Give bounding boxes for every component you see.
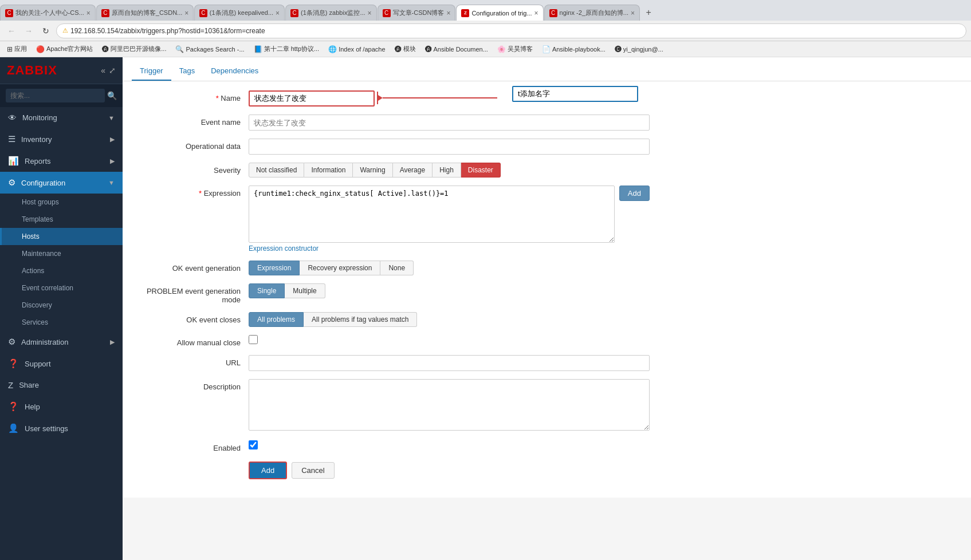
tab-label-7: nginx -2_原而自知的博... [560, 9, 628, 17]
allow-manual-close-row: Allow manual close [134, 335, 960, 347]
tab-7[interactable]: C nginx -2_原而自知的博... × [544, 5, 640, 21]
tab-trigger[interactable]: Trigger [132, 62, 171, 81]
sidebar-item-administration[interactable]: ⚙ Administration ▶ [0, 331, 123, 353]
ok-event-none-btn[interactable]: None [380, 261, 414, 275]
sidebar-subitem-actions[interactable]: Actions [0, 262, 123, 279]
sidebar-collapse-icon[interactable]: « [101, 66, 105, 75]
name-annotation-input[interactable] [512, 86, 638, 102]
tab-3[interactable]: C (1条消息) keepalived... × [194, 5, 285, 21]
tab-tags[interactable]: Tags [171, 62, 203, 81]
sidebar-subitem-templates[interactable]: Templates [0, 211, 123, 228]
sidebar-expand-icon[interactable]: ⤢ [109, 66, 116, 75]
enabled-checkbox[interactable] [249, 440, 258, 449]
sidebar-item-help[interactable]: ❓ Help [0, 396, 123, 417]
bookmark-apache-label: Apache官方网站 [46, 45, 93, 53]
expression-textarea[interactable]: {runtime1:check_nginx_status[ Active].la… [249, 186, 615, 243]
sidebar-subitem-maintenance[interactable]: Maintenance [0, 245, 123, 262]
zabbix-logo: ZABBIX [7, 63, 57, 78]
expression-add-button[interactable]: Add [619, 186, 650, 201]
sidebar-logo-area: ZABBIX « ⤢ [0, 57, 123, 84]
ok-closes-all-btn[interactable]: All problems [249, 312, 304, 327]
event-name-control [249, 115, 650, 131]
severity-information[interactable]: Information [304, 163, 353, 178]
ok-event-expression-btn[interactable]: Expression [249, 261, 300, 275]
sidebar-item-configuration[interactable]: ⚙ Configuration ▼ [0, 172, 123, 194]
bookmark-apache[interactable]: 🔴 Apache官方网站 [34, 44, 95, 54]
tab-favicon-1: C [5, 9, 13, 17]
sidebar-subitem-discovery[interactable]: Discovery [0, 297, 123, 314]
bookmark-packages[interactable]: 🔍 Packages Search -... [173, 44, 246, 54]
tab-6[interactable]: Z Configuration of trig... × [456, 5, 543, 21]
sidebar-subitem-host-groups[interactable]: Host groups [0, 194, 123, 211]
bookmark-ansible-playbook[interactable]: 📄 Ansible-playbook... [540, 44, 608, 54]
severity-warning[interactable]: Warning [353, 163, 392, 178]
operational-data-input[interactable] [249, 139, 650, 155]
refresh-button[interactable]: ↻ [39, 24, 53, 38]
apps-icon: ⊞ [7, 45, 13, 53]
bookmark-apps[interactable]: ⊞ 应用 [5, 44, 29, 54]
description-textarea[interactable] [249, 379, 650, 431]
expression-constructor-link[interactable]: Expression constructor [249, 244, 319, 253]
sidebar-search-button[interactable]: 🔍 [107, 91, 117, 100]
sidebar-subitem-label-host-groups: Host groups [22, 198, 59, 206]
sidebar-subitem-hosts[interactable]: Hosts [0, 228, 123, 245]
url-input[interactable] [249, 355, 650, 371]
address-bar[interactable]: ⚠ 192.168.50.154/zabbix/triggers.php?hos… [56, 23, 966, 38]
sidebar-item-share[interactable]: Z Share [0, 374, 123, 396]
problem-event-mode-control: Single Multiple [249, 283, 650, 298]
severity-disaster[interactable]: Disaster [461, 163, 501, 178]
bookmark-alibaba-label: 阿里巴巴开源镜像... [111, 45, 166, 53]
name-input[interactable] [249, 90, 375, 107]
sidebar-item-reports[interactable]: 📊 Reports ▶ [0, 150, 123, 172]
sidebar-subitem-services[interactable]: Services [0, 314, 123, 331]
event-name-input[interactable] [249, 115, 650, 131]
bookmark-index[interactable]: 🌐 Index of /apache [326, 44, 387, 54]
allow-manual-close-checkbox[interactable] [249, 335, 258, 344]
ok-event-closes-label: OK event closes [134, 312, 249, 324]
sidebar-search-input[interactable] [6, 89, 105, 102]
sidebar-item-monitoring[interactable]: 👁 Monitoring ▼ [0, 107, 123, 128]
tab-close-6[interactable]: × [534, 9, 538, 17]
bookmarks-bar: ⊞ 应用 🔴 Apache官方网站 🅐 阿里巴巴开源镜像... 🔍 Packag… [0, 41, 971, 57]
cancel-button[interactable]: Cancel [292, 462, 334, 479]
add-button[interactable]: Add [249, 462, 287, 479]
ok-event-gen-label: OK event generation [134, 261, 249, 273]
tab-favicon-4: C [290, 9, 298, 17]
bookmark-ansible-doc[interactable]: 🅐 Ansible Documen... [423, 44, 490, 54]
tab-dependencies[interactable]: Dependencies [203, 62, 266, 81]
ok-event-recovery-btn[interactable]: Recovery expression [300, 261, 380, 275]
problem-mode-multiple-btn[interactable]: Multiple [285, 283, 325, 298]
tab-1[interactable]: C 我的关注-个人中心-CS... × [0, 5, 96, 21]
tab-2[interactable]: C 原而自知的博客_CSDN... × [96, 5, 194, 21]
tab-close-7[interactable]: × [631, 9, 635, 17]
bookmark-yiqing[interactable]: 🅒 yi_qingjun@... [612, 44, 666, 54]
tab-4[interactable]: C (1条消息) zabbix监控... × [285, 5, 376, 21]
sidebar-subitem-event-correlation[interactable]: Event correlation [0, 279, 123, 297]
tab-close-4[interactable]: × [368, 9, 372, 17]
severity-high[interactable]: High [433, 163, 461, 178]
sidebar-item-support[interactable]: ❓ Support [0, 353, 123, 374]
severity-not-classified[interactable]: Not classified [249, 163, 304, 178]
sidebar-subitem-label-templates: Templates [22, 215, 53, 223]
tab-5[interactable]: C 写文章-CSDN博客 × [378, 5, 456, 21]
sidebar-item-user-settings[interactable]: 👤 User settings [0, 417, 123, 439]
bookmark-alibaba[interactable]: 🅐 阿里巴巴开源镜像... [100, 44, 168, 54]
ok-event-closes-control: All problems All problems if tag values … [249, 312, 650, 327]
sidebar-item-inventory[interactable]: ☰ Inventory ▶ [0, 128, 123, 150]
packages-icon: 🔍 [175, 45, 184, 53]
bookmark-http[interactable]: 📘 第十二章 http协议... [251, 44, 322, 54]
tab-close-5[interactable]: × [446, 9, 450, 17]
tab-close-3[interactable]: × [276, 9, 280, 17]
forward-button[interactable]: → [22, 24, 36, 38]
sidebar-item-label-administration: Administration [21, 338, 104, 346]
new-tab-button[interactable]: + [640, 5, 656, 21]
severity-average[interactable]: Average [393, 163, 433, 178]
problem-mode-single-btn[interactable]: Single [249, 283, 285, 298]
tab-close-2[interactable]: × [184, 9, 188, 17]
back-button[interactable]: ← [5, 24, 18, 38]
ok-closes-tag-btn[interactable]: All problems if tag values match [304, 312, 417, 327]
tab-close-1[interactable]: × [87, 9, 91, 17]
bookmark-module[interactable]: 🅐 模块 [392, 44, 418, 54]
monitoring-arrow-icon: ▼ [108, 115, 115, 121]
bookmark-wuhao[interactable]: 🌸 吴昊博客 [495, 44, 535, 54]
